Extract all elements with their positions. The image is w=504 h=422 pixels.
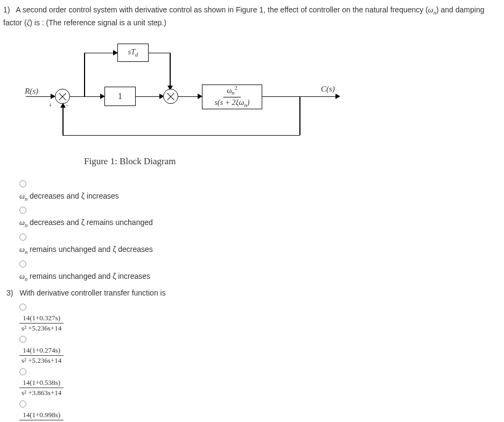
q1-prompt: 1) A second order control system with de… <box>3 4 501 29</box>
radio-icon[interactable] <box>19 400 26 407</box>
label-cs: C(s) <box>321 85 335 94</box>
q1-option-d[interactable] <box>19 261 501 268</box>
block-diagram: R(s) + − sTd 1 <box>19 40 353 148</box>
q3-option-c[interactable]: 14(1+0.538s) s² +3.863s+14 <box>19 368 501 397</box>
q3-a-fraction: 14(1+0.327s) s² +5.236s+14 <box>19 314 64 333</box>
line-down1 <box>170 53 171 88</box>
q1-option-c-text: ωn remains unchanged and ζ decreases <box>19 245 501 255</box>
line-top2 <box>149 53 170 54</box>
line-up1 <box>84 53 85 97</box>
q3-b-den: s² +5.236s+14 <box>19 356 64 365</box>
arrow-out <box>335 94 340 99</box>
radio-icon[interactable] <box>19 368 26 375</box>
radio-icon[interactable] <box>19 304 26 311</box>
radio-icon[interactable] <box>19 234 26 241</box>
box-std: sTd <box>117 44 149 62</box>
q1-option-a[interactable] <box>19 180 501 187</box>
q3-d-num: 14(1+0.998s) <box>19 411 64 420</box>
line-s2-p <box>178 96 200 97</box>
q3-c-den: s² +3.863s+14 <box>19 388 64 397</box>
q1-option-a-text: ωn decreases and ζ increases <box>19 192 501 202</box>
q3-b-fraction: 14(1+0.274s) s² +5.236s+14 <box>19 346 64 365</box>
radio-icon[interactable] <box>19 207 26 214</box>
radio-icon[interactable] <box>19 180 26 187</box>
q3-a-den: s² +5.236s+14 <box>19 323 64 333</box>
q3-option-a[interactable]: 14(1+0.327s) s² +5.236s+14 <box>19 304 501 333</box>
radio-icon[interactable] <box>19 261 26 268</box>
q1-number: 1) <box>3 5 10 14</box>
figure-1: R(s) + − sTd 1 <box>14 35 501 172</box>
q1-option-b-text: ωn decreases and ζ remains unchanged <box>19 218 501 228</box>
q1-options: ωn decreases and ζ increases ωn decrease… <box>19 180 501 282</box>
radio-icon[interactable] <box>19 336 26 343</box>
q1-text-3: ) is : (The reference signal is a unit s… <box>30 18 166 27</box>
line-fb1 <box>299 96 300 135</box>
q1-option-d-text: ωn remains unchanged and ζ increases <box>19 272 501 282</box>
box-plant: ωn2 s(s + 2ξωn) <box>202 85 262 109</box>
line-fb3 <box>62 105 64 136</box>
q1-wn: ω <box>428 6 433 14</box>
sign-minus-1: − <box>66 102 69 110</box>
line-g-s2 <box>136 96 162 97</box>
q3-options: 14(1+0.327s) s² +5.236s+14 14(1+0.274s) … <box>19 304 501 422</box>
q3-c-fraction: 14(1+0.538s) s² +3.863s+14 <box>19 378 64 397</box>
q1-text-1: A second order control system with deriv… <box>16 5 428 14</box>
arrow-fb <box>60 103 66 108</box>
line-s1-g <box>70 96 102 97</box>
figure-caption: Figure 1: Block Diagram <box>84 156 495 167</box>
q1-option-c[interactable] <box>19 234 501 241</box>
line-top1 <box>84 53 115 54</box>
q3-number: 3) <box>6 289 13 297</box>
plant-numerator: ωn2 <box>223 85 241 97</box>
q3-prompt: 3) With derivative controller transfer f… <box>6 289 501 297</box>
summing-junction-2 <box>163 89 178 104</box>
q1-option-b[interactable] <box>19 207 501 214</box>
sign-plus-1: + <box>48 102 52 110</box>
box-gain: 1 <box>104 87 136 106</box>
line-r <box>26 96 53 97</box>
q3-a-num: 14(1+0.327s) <box>19 314 64 323</box>
line-fb2 <box>62 135 300 136</box>
q3-b-num: 14(1+0.274s) <box>19 346 64 356</box>
q3-d-fraction: 14(1+0.998s) s² +3.863s+14 <box>19 411 64 422</box>
q3-c-num: 14(1+0.538s) <box>19 378 64 388</box>
q3-text: With derivative controller transfer func… <box>19 289 166 297</box>
q3-option-d[interactable]: 14(1+0.998s) s² +3.863s+14 <box>19 400 501 422</box>
label-rs: R(s) <box>25 87 38 96</box>
q3-option-b[interactable]: 14(1+0.274s) s² +5.236s+14 <box>19 336 501 365</box>
plant-denominator: s(s + 2ξωn) <box>212 97 253 108</box>
